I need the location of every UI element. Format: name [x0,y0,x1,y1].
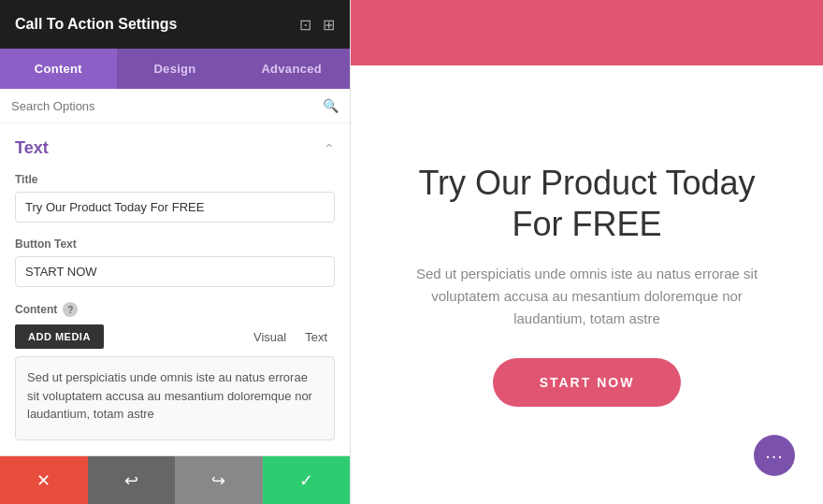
section-title: Text [15,138,49,158]
panel-body: Text ⌃ Title Button Text Content ? ADD M… [0,123,350,455]
preview-panel: Try Our Product Today For FREE Sed ut pe… [351,0,823,504]
tabs-bar: Content Design Advanced [0,49,350,89]
save-button[interactable]: ✓ [263,456,351,504]
preview-cta-button[interactable]: START NOW [493,358,682,407]
content-editor[interactable]: Sed ut perspiciatis unde omnis iste au n… [15,356,335,440]
floating-menu-button[interactable]: ··· [754,435,795,476]
bottom-bar: ✕ ↩ ↪ ✓ [0,455,350,504]
content-label-text: Content [15,303,57,316]
help-icon[interactable]: ? [63,302,78,317]
search-icon: 🔍 [323,98,339,113]
button-text-field-group: Button Text [15,238,335,287]
editor-toolbar: ADD MEDIA Visual Text [15,324,335,349]
editor-view-tabs: Visual Text [246,326,335,348]
preview-header [351,0,823,65]
cancel-button[interactable]: ✕ [0,456,88,504]
content-label: Content ? [15,302,335,317]
redo-button[interactable]: ↪ [175,456,263,504]
title-label: Title [15,173,335,186]
tab-design[interactable]: Design [117,49,234,89]
search-bar: 🔍 [0,89,350,123]
content-field-group: Content ? ADD MEDIA Visual Text Sed ut p… [15,302,335,440]
preview-content: Try Our Product Today For FREE Sed ut pe… [351,65,823,504]
tab-content[interactable]: Content [0,49,117,89]
button-text-label: Button Text [15,238,335,251]
text-section-header: Text ⌃ [15,138,335,158]
expand-icon[interactable]: ⊡ [299,16,311,34]
layout-icon[interactable]: ⊞ [323,16,335,34]
title-field-group: Title [15,173,335,223]
search-input[interactable] [11,99,315,113]
preview-body: Sed ut perspiciatis unde omnis iste au n… [407,263,767,330]
header-icons: ⊡ ⊞ [299,16,335,34]
panel-header: Call To Action Settings ⊡ ⊞ [0,0,350,49]
tab-advanced[interactable]: Advanced [233,49,350,89]
text-tab[interactable]: Text [297,326,335,348]
add-media-button[interactable]: ADD MEDIA [15,324,104,349]
settings-panel: Call To Action Settings ⊡ ⊞ Content Desi… [0,0,351,504]
panel-title: Call To Action Settings [15,16,177,33]
preview-title: Try Our Product Today For FREE [407,163,767,243]
visual-tab[interactable]: Visual [246,326,294,348]
title-input[interactable] [15,192,335,223]
collapse-icon[interactable]: ⌃ [324,141,335,156]
button-text-input[interactable] [15,256,335,287]
undo-button[interactable]: ↩ [88,456,176,504]
